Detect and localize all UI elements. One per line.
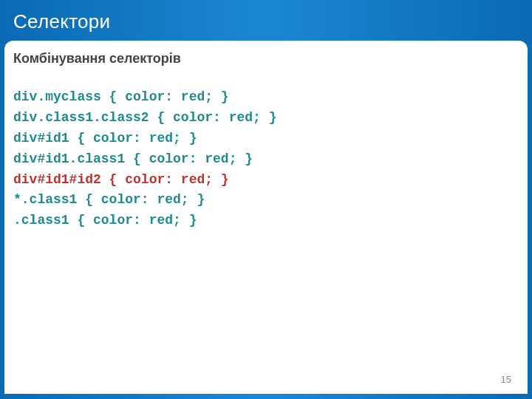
code-line: div#id1 { color: red; } bbox=[13, 129, 519, 149]
page-number: 15 bbox=[501, 374, 511, 385]
slide-title: Селектори bbox=[0, 0, 532, 41]
code-line: .class1 { color: red; } bbox=[13, 211, 519, 231]
slide: Селектори Комбінування селекторів div.my… bbox=[0, 0, 532, 399]
code-line: div#id1#id2 { color: red; } bbox=[13, 170, 519, 191]
code-line: div.myclass { color: red; } bbox=[13, 87, 519, 108]
subheading: Комбінування селекторів bbox=[13, 51, 519, 66]
code-line: *.class1 { color: red; } bbox=[13, 190, 519, 211]
code-block: div.myclass { color: red; }div.class1.cl… bbox=[13, 87, 519, 231]
content-panel: Комбінування селекторів div.myclass { co… bbox=[4, 41, 528, 394]
code-line: div.class1.class2 { color: red; } bbox=[13, 108, 519, 129]
code-line: div#id1.class1 { color: red; } bbox=[13, 149, 519, 170]
